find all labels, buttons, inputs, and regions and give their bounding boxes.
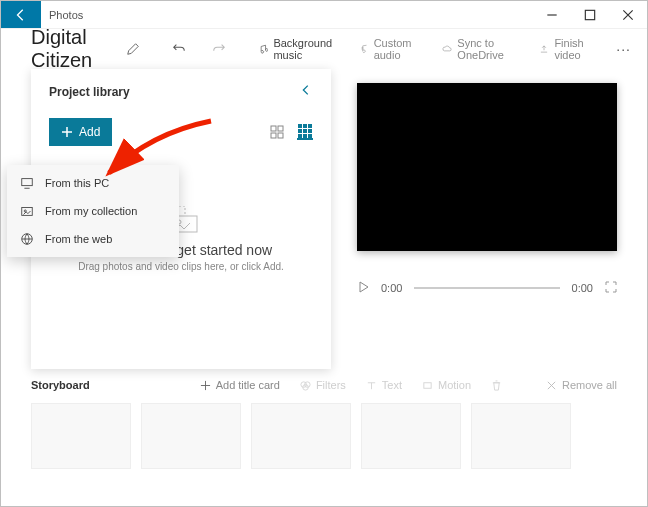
time-current: 0:00 bbox=[381, 282, 402, 294]
empty-subtitle: Drag photos and video clips here, or cli… bbox=[49, 261, 313, 272]
web-icon bbox=[19, 231, 35, 247]
project-library-panel: Project library Add From this PC bbox=[31, 69, 331, 369]
sync-button[interactable]: Sync to OneDrive bbox=[436, 33, 525, 65]
svg-rect-24 bbox=[424, 382, 431, 388]
chevron-left-icon bbox=[299, 83, 313, 97]
app-title: Photos bbox=[41, 1, 91, 28]
collapse-library-button[interactable] bbox=[299, 83, 313, 100]
delete-clip-button[interactable] bbox=[491, 380, 502, 391]
svg-rect-3 bbox=[271, 133, 276, 138]
storyboard-slot[interactable] bbox=[251, 403, 351, 469]
svg-rect-1 bbox=[271, 126, 276, 131]
finish-video-button[interactable]: Finish video bbox=[533, 33, 602, 65]
plus-icon bbox=[200, 380, 211, 391]
minimize-icon bbox=[545, 8, 559, 22]
maximize-button[interactable] bbox=[571, 1, 609, 28]
grid-small-icon bbox=[270, 125, 284, 139]
storyboard-title: Storyboard bbox=[31, 379, 90, 391]
music-icon bbox=[258, 42, 268, 56]
export-icon bbox=[539, 42, 549, 56]
play-icon bbox=[357, 281, 369, 293]
svg-rect-10 bbox=[308, 129, 312, 133]
svg-rect-11 bbox=[298, 134, 302, 138]
svg-rect-7 bbox=[308, 124, 312, 128]
filters-button[interactable]: Filters bbox=[300, 379, 346, 391]
svg-rect-8 bbox=[298, 129, 302, 133]
storyboard-slot[interactable] bbox=[31, 403, 131, 469]
add-dropdown-menu: From this PC From my collection From the… bbox=[7, 165, 179, 257]
project-title: Digital Citizen bbox=[31, 26, 118, 72]
motion-icon bbox=[422, 380, 433, 391]
arrow-left-icon bbox=[14, 8, 28, 22]
svg-rect-5 bbox=[298, 124, 302, 128]
expand-icon bbox=[605, 281, 617, 293]
remove-all-button[interactable]: Remove all bbox=[546, 379, 617, 391]
video-preview[interactable] bbox=[357, 83, 617, 251]
text-button[interactable]: Text bbox=[366, 379, 402, 391]
close-icon bbox=[621, 8, 635, 22]
menu-from-collection[interactable]: From my collection bbox=[7, 197, 179, 225]
svg-rect-4 bbox=[278, 133, 283, 138]
trash-icon bbox=[491, 380, 502, 391]
pc-icon bbox=[19, 175, 35, 191]
redo-icon bbox=[212, 42, 226, 56]
redo-button[interactable] bbox=[212, 40, 226, 58]
collection-icon bbox=[19, 203, 35, 219]
minimize-button[interactable] bbox=[533, 1, 571, 28]
time-total: 0:00 bbox=[572, 282, 593, 294]
maximize-icon bbox=[583, 8, 597, 22]
close-button[interactable] bbox=[609, 1, 647, 28]
timeline-scrubber[interactable] bbox=[414, 287, 559, 289]
view-small-grid-button[interactable] bbox=[269, 124, 285, 140]
custom-audio-button[interactable]: Custom audio bbox=[353, 33, 429, 65]
back-button[interactable] bbox=[1, 1, 41, 28]
svg-rect-12 bbox=[303, 134, 307, 138]
menu-from-this-pc[interactable]: From this PC bbox=[7, 169, 179, 197]
motion-button[interactable]: Motion bbox=[422, 379, 471, 391]
svg-rect-0 bbox=[585, 10, 594, 19]
menu-from-web[interactable]: From the web bbox=[7, 225, 179, 253]
plus-icon bbox=[61, 126, 73, 138]
more-button[interactable]: ··· bbox=[610, 41, 637, 57]
add-button[interactable]: Add bbox=[49, 118, 112, 146]
svg-rect-6 bbox=[303, 124, 307, 128]
grid-large-icon bbox=[298, 124, 312, 138]
bg-music-button[interactable]: Background music bbox=[252, 33, 344, 65]
rename-button[interactable] bbox=[126, 40, 140, 58]
undo-button[interactable] bbox=[172, 40, 186, 58]
pencil-icon bbox=[126, 42, 140, 56]
library-title: Project library bbox=[49, 85, 130, 99]
view-large-grid-button[interactable] bbox=[297, 124, 313, 140]
add-title-card-button[interactable]: Add title card bbox=[200, 379, 280, 391]
x-icon bbox=[546, 380, 557, 391]
storyboard-slot[interactable] bbox=[141, 403, 241, 469]
fullscreen-button[interactable] bbox=[605, 281, 617, 295]
undo-icon bbox=[172, 42, 186, 56]
audio-icon bbox=[359, 42, 369, 56]
svg-rect-9 bbox=[303, 129, 307, 133]
svg-rect-13 bbox=[308, 134, 312, 138]
cloud-icon bbox=[442, 42, 452, 56]
storyboard-slot[interactable] bbox=[361, 403, 461, 469]
filters-icon bbox=[300, 380, 311, 391]
play-button[interactable] bbox=[357, 281, 369, 295]
storyboard-slot[interactable] bbox=[471, 403, 571, 469]
svg-rect-14 bbox=[22, 179, 33, 186]
svg-rect-2 bbox=[278, 126, 283, 131]
text-icon bbox=[366, 380, 377, 391]
